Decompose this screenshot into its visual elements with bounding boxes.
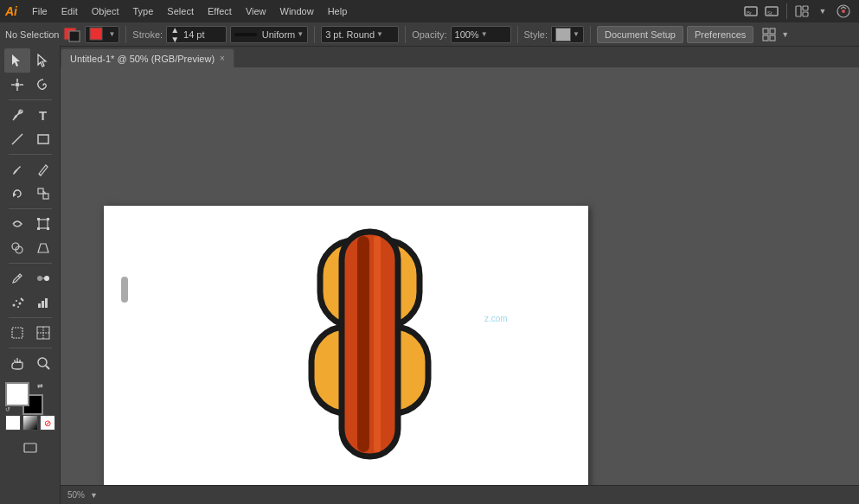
pen-row: T (0, 103, 60, 127)
stroke-label: Stroke: (132, 29, 163, 40)
menu-view[interactable]: View (240, 4, 272, 18)
swap-colors-icon[interactable]: ⇄ (37, 382, 43, 390)
direct-select-tool[interactable] (30, 48, 56, 73)
fill-dropdown[interactable]: ▼ (85, 26, 119, 43)
svg-point-43 (12, 304, 15, 307)
stroke-type-label: Uniform (262, 29, 296, 40)
reset-colors-icon[interactable]: ↺ (5, 406, 10, 413)
svg-rect-34 (47, 218, 49, 220)
free-transform-tool[interactable] (30, 212, 56, 236)
lasso-tool[interactable] (30, 73, 56, 97)
svg-point-8 (842, 10, 845, 13)
svg-rect-30 (43, 194, 48, 199)
svg-rect-50 (12, 328, 22, 338)
svg-point-41 (44, 276, 49, 281)
menu-type[interactable]: Type (127, 4, 160, 18)
graph-tool[interactable] (30, 290, 56, 315)
perspective-tool[interactable] (30, 236, 56, 260)
symbol-row (0, 290, 60, 315)
svg-rect-56 (24, 443, 36, 452)
shape-builder-tool[interactable] (4, 236, 30, 260)
svg-rect-13 (763, 29, 768, 34)
zoom-tool[interactable] (30, 351, 56, 375)
stroke-value: 14 pt (183, 29, 204, 40)
hand-tool[interactable] (4, 351, 30, 375)
stroke-size-dropdown[interactable]: ▲▼ 14 pt (166, 26, 227, 43)
sync-icon[interactable] (835, 3, 852, 20)
workspace-icon[interactable] (793, 3, 811, 20)
menu-help[interactable]: Help (322, 4, 354, 18)
workspace-dropdown[interactable]: ▼ (814, 3, 831, 20)
menu-effect[interactable]: Effect (202, 4, 238, 18)
svg-rect-5 (803, 6, 808, 10)
no-selection-label: No Selection (5, 29, 59, 40)
menu-select[interactable]: Select (161, 4, 200, 18)
none-mode-btn[interactable]: ⊘ (40, 415, 55, 431)
pencil-tool[interactable] (30, 157, 56, 182)
stroke-type-dropdown[interactable]: Uniform ▼ (230, 26, 308, 43)
sep4 (517, 26, 518, 43)
warp-tool[interactable] (4, 212, 30, 236)
svg-marker-28 (13, 193, 16, 197)
svg-rect-59 (342, 232, 398, 456)
sep-4 (9, 263, 52, 264)
menu-window[interactable]: Window (274, 4, 320, 18)
magic-wand-tool[interactable] (4, 73, 30, 97)
warp-row (0, 212, 60, 236)
arrange-icon[interactable] (760, 26, 778, 43)
slice-tool[interactable] (30, 321, 56, 345)
svg-rect-12 (90, 28, 102, 40)
sep-2 (9, 154, 52, 155)
blend-tool[interactable] (30, 266, 56, 290)
document-tab[interactable]: Untitled-1* @ 50% (RGB/Preview) × (61, 48, 234, 67)
artboard-tool[interactable] (4, 321, 30, 345)
opacity-dropdown[interactable]: 100% ▼ (451, 26, 511, 43)
bridge-icon[interactable]: Br (742, 3, 760, 20)
svg-rect-36 (47, 227, 49, 230)
paintbrush-tool[interactable] (4, 157, 30, 182)
select-tool[interactable] (4, 48, 30, 73)
svg-text:St: St (767, 10, 772, 16)
pen-tool[interactable] (4, 103, 30, 127)
status-arrow: ▼ (90, 491, 98, 500)
svg-rect-60 (357, 236, 369, 452)
rotate-tool[interactable] (4, 182, 30, 206)
doc-tab-close[interactable]: × (220, 54, 225, 63)
style-preview (555, 28, 571, 41)
menu-bar: Ai File Edit Object Type Select Effect V… (0, 0, 859, 22)
svg-rect-11 (69, 31, 80, 41)
scale-tool[interactable] (30, 182, 56, 206)
svg-line-27 (39, 174, 41, 175)
opacity-label: Opacity: (412, 29, 446, 40)
doc-setup-button[interactable]: Document Setup (597, 26, 683, 43)
menu-file[interactable]: File (26, 4, 54, 18)
symbol-spray-tool[interactable] (4, 290, 30, 315)
rect-tool[interactable] (30, 127, 56, 151)
type-tool[interactable]: T (30, 103, 56, 127)
round-label: 3 pt. Round (325, 29, 375, 40)
sep-6 (9, 348, 52, 348)
stock-icon[interactable]: St (763, 3, 780, 20)
svg-rect-29 (38, 188, 43, 194)
shape-row (0, 236, 60, 260)
eyedropper-tool[interactable] (4, 266, 30, 290)
gradient-mode-btn[interactable] (22, 415, 38, 431)
options-bar: No Selection ▼ Stroke: ▲▼ 14 pt Uniform … (0, 22, 859, 47)
svg-point-23 (15, 83, 19, 87)
menu-object[interactable]: Object (86, 4, 125, 18)
menu-edit[interactable]: Edit (55, 4, 84, 18)
style-label: Style: (524, 29, 548, 40)
color-controls: ⇄ ↺ ⊘ (5, 382, 55, 431)
preferences-button[interactable]: Preferences (687, 26, 753, 43)
svg-rect-4 (796, 6, 801, 16)
artboard (104, 206, 588, 485)
screen-mode-btn[interactable] (17, 436, 43, 460)
foreground-color-swatch[interactable] (5, 382, 29, 406)
svg-marker-18 (38, 54, 46, 67)
arrange-arrow[interactable]: ▼ (781, 30, 789, 39)
normal-mode-btn[interactable] (5, 415, 21, 431)
sep3 (405, 26, 406, 43)
style-dropdown[interactable]: ▼ (551, 26, 584, 43)
line-tool[interactable] (4, 127, 30, 151)
round-cap-dropdown[interactable]: 3 pt. Round ▼ (321, 26, 399, 43)
